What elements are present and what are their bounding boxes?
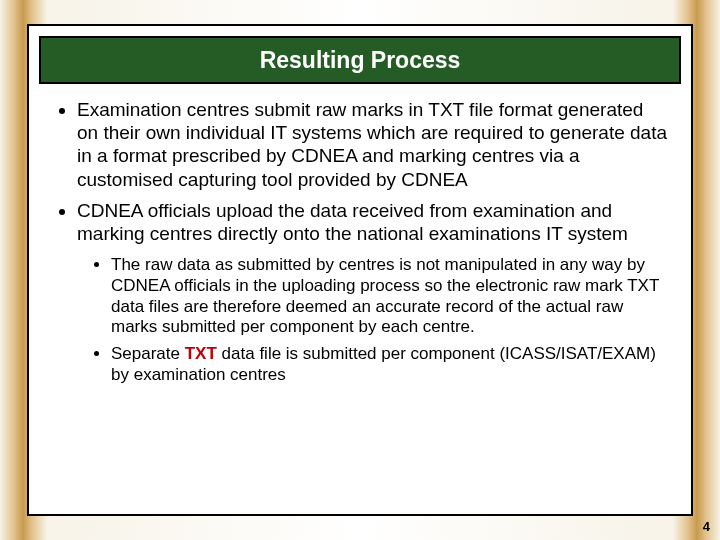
bullet-text: Examination centres submit raw marks in …	[77, 99, 667, 190]
bullet-text: The raw data as submitted by centres is …	[111, 255, 659, 336]
bullet-text: Separate	[111, 344, 185, 363]
list-item: CDNEA officials upload the data received…	[77, 199, 669, 386]
slide-title: Resulting Process	[260, 47, 461, 74]
slide-inner-frame: Resulting Process Examination centres su…	[27, 24, 693, 516]
sub-bullet-list: The raw data as submitted by centres is …	[77, 255, 669, 385]
bullet-list: Examination centres submit raw marks in …	[51, 98, 669, 385]
highlighted-text: TXT	[185, 344, 217, 363]
slide: Resulting Process Examination centres su…	[0, 0, 720, 540]
page-number: 4	[703, 519, 710, 534]
list-item: Separate TXT data file is submitted per …	[111, 344, 669, 385]
bullet-text: CDNEA officials upload the data received…	[77, 200, 628, 244]
content-area: Examination centres submit raw marks in …	[51, 98, 669, 504]
list-item: The raw data as submitted by centres is …	[111, 255, 669, 338]
title-bar: Resulting Process	[39, 36, 681, 84]
list-item: Examination centres submit raw marks in …	[77, 98, 669, 191]
